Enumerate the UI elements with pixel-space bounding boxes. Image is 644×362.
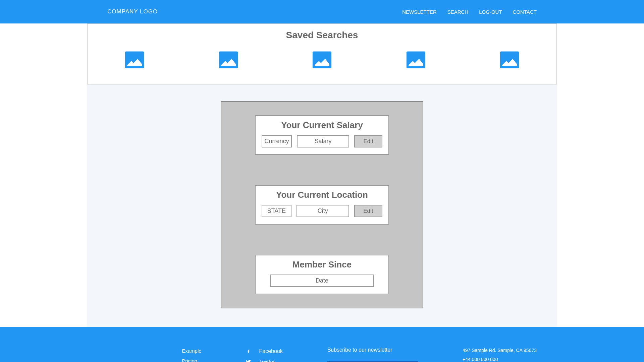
header: COMPANY LOGO NEWSLETTER SEARCH LOG-OUT C…	[0, 0, 644, 23]
edit-salary-button[interactable]: Edit	[354, 135, 382, 147]
salary-row: Currency Salary Edit	[262, 135, 382, 147]
main-content: Your Current Salary Currency Salary Edit…	[87, 84, 557, 327]
image-icon	[215, 47, 242, 72]
footer-contact: 497 Sample Rd. Sample, CA 95673 +44 000 …	[463, 347, 537, 362]
salary-input[interactable]: Salary	[297, 135, 349, 147]
image-icon	[309, 47, 335, 72]
saved-search-item[interactable]	[121, 47, 148, 72]
facebook-icon	[246, 349, 251, 354]
nav-contact[interactable]: CONTACT	[513, 9, 537, 15]
footer: ©Relocater 2019 Example Pricing Login Si…	[0, 327, 644, 362]
social-twitter-label: Twitter	[259, 358, 275, 362]
footer-links: Example Pricing Login Signup	[182, 347, 201, 362]
member-title: Member Since	[262, 259, 382, 270]
twitter-icon	[246, 359, 251, 362]
saved-searches-section: Saved Searches	[87, 23, 557, 84]
saved-searches-title: Saved Searches	[108, 30, 536, 41]
member-card: Member Since Date	[255, 255, 389, 294]
saved-search-item[interactable]	[496, 47, 523, 72]
location-title: Your Current Location	[262, 190, 382, 200]
contact-address: 497 Sample Rd. Sample, CA 95673	[463, 347, 537, 354]
social-twitter[interactable]: Twitter	[246, 358, 283, 362]
contact-phone: +44 000 000 000	[463, 356, 537, 362]
social-facebook-label: Facebook	[259, 347, 283, 356]
image-icon	[121, 47, 148, 72]
image-icon	[402, 47, 429, 72]
footer-link-pricing[interactable]: Pricing	[182, 357, 201, 362]
footer-newsletter: Subscribe to our newsletter OK	[327, 347, 418, 362]
footer-link-example[interactable]: Example	[182, 347, 201, 355]
member-row: Date	[262, 275, 382, 287]
saved-search-item[interactable]	[215, 47, 242, 72]
currency-input[interactable]: Currency	[262, 135, 292, 147]
content-wrapper: Saved Searches Your Current Salary	[87, 23, 557, 327]
saved-search-item[interactable]	[402, 47, 429, 72]
social-facebook[interactable]: Facebook	[246, 347, 283, 356]
newsletter-title: Subscribe to our newsletter	[327, 347, 418, 353]
company-logo[interactable]: COMPANY LOGO	[107, 8, 158, 15]
nav-search[interactable]: SEARCH	[447, 9, 469, 15]
location-row: STATE City Edit	[262, 205, 382, 217]
profile-panel: Your Current Salary Currency Salary Edit…	[221, 101, 423, 308]
image-icon	[496, 47, 523, 72]
saved-searches-row	[108, 47, 536, 72]
salary-title: Your Current Salary	[262, 120, 382, 130]
edit-location-button[interactable]: Edit	[354, 205, 382, 217]
main-nav: NEWSLETTER SEARCH LOG-OUT CONTACT	[402, 9, 537, 15]
state-input[interactable]: STATE	[262, 205, 291, 217]
salary-card: Your Current Salary Currency Salary Edit	[255, 115, 389, 155]
nav-newsletter[interactable]: NEWSLETTER	[402, 9, 437, 15]
saved-search-item[interactable]	[309, 47, 335, 72]
nav-logout[interactable]: LOG-OUT	[479, 9, 502, 15]
city-input[interactable]: City	[297, 205, 349, 217]
location-card: Your Current Location STATE City Edit	[255, 185, 389, 225]
date-display: Date	[270, 275, 374, 287]
footer-social: Facebook Twitter Instagram	[246, 347, 283, 362]
